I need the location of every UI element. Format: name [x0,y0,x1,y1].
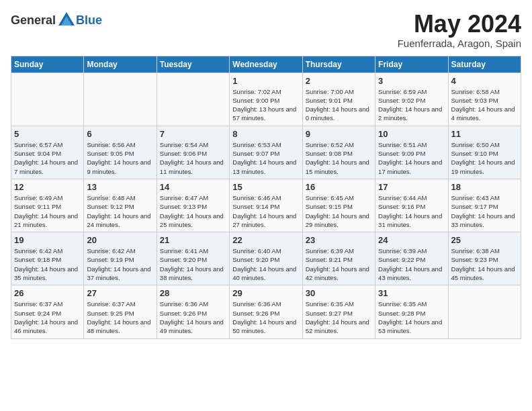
calendar-cell: 19Sunrise: 6:42 AM Sunset: 9:18 PM Dayli… [11,232,84,285]
calendar-cell: 21Sunrise: 6:41 AM Sunset: 9:20 PM Dayli… [157,232,229,285]
logo-blue: Blue [76,13,102,28]
calendar-cell: 23Sunrise: 6:39 AM Sunset: 9:21 PM Dayli… [302,232,375,285]
calendar-cell: 11Sunrise: 6:50 AM Sunset: 9:10 PM Dayli… [448,126,521,179]
day-info: Sunrise: 6:54 AM Sunset: 9:06 PM Dayligh… [160,140,226,176]
day-info: Sunrise: 6:58 AM Sunset: 9:03 PM Dayligh… [451,87,518,123]
day-info: Sunrise: 6:36 AM Sunset: 9:26 PM Dayligh… [232,300,299,335]
calendar-cell: 1Sunrise: 7:02 AM Sunset: 9:00 PM Daylig… [230,73,302,126]
header-day-saturday: Saturday [448,56,521,73]
day-number: 24 [378,235,445,245]
calendar-cell: 20Sunrise: 6:42 AM Sunset: 9:19 PM Dayli… [84,232,157,285]
calendar-cell: 18Sunrise: 6:43 AM Sunset: 9:17 PM Dayli… [448,179,521,232]
calendar-cell: 29Sunrise: 6:36 AM Sunset: 9:26 PM Dayli… [230,285,302,338]
day-number: 10 [378,129,445,139]
day-number: 8 [232,129,299,139]
logo: General Blue [11,11,102,30]
day-number: 15 [232,182,299,192]
day-info: Sunrise: 6:39 AM Sunset: 9:22 PM Dayligh… [378,246,445,282]
week-row-3: 12Sunrise: 6:49 AM Sunset: 9:11 PM Dayli… [11,179,521,232]
day-info: Sunrise: 6:47 AM Sunset: 9:13 PM Dayligh… [160,193,226,229]
calendar-cell: 27Sunrise: 6:37 AM Sunset: 9:25 PM Dayli… [84,285,157,338]
day-info: Sunrise: 6:45 AM Sunset: 9:15 PM Dayligh… [306,193,372,229]
day-number: 22 [232,235,299,245]
calendar-cell: 26Sunrise: 6:37 AM Sunset: 9:24 PM Dayli… [11,285,84,338]
day-info: Sunrise: 6:35 AM Sunset: 9:27 PM Dayligh… [306,300,372,335]
day-info: Sunrise: 6:39 AM Sunset: 9:21 PM Dayligh… [306,246,372,282]
calendar-cell: 17Sunrise: 6:44 AM Sunset: 9:16 PM Dayli… [375,179,448,232]
logo-icon [57,11,76,30]
calendar-cell: 6Sunrise: 6:56 AM Sunset: 9:05 PM Daylig… [84,126,157,179]
day-info: Sunrise: 6:57 AM Sunset: 9:04 PM Dayligh… [14,140,81,176]
calendar-cell: 2Sunrise: 7:00 AM Sunset: 9:01 PM Daylig… [302,73,375,126]
calendar-cell: 15Sunrise: 6:46 AM Sunset: 9:14 PM Dayli… [230,179,302,232]
day-info: Sunrise: 6:35 AM Sunset: 9:28 PM Dayligh… [378,300,445,335]
day-info: Sunrise: 6:42 AM Sunset: 9:18 PM Dayligh… [14,246,81,282]
calendar-cell [84,73,157,126]
day-number: 12 [14,182,81,192]
calendar-cell: 3Sunrise: 6:59 AM Sunset: 9:02 PM Daylig… [375,73,448,126]
logo-general: General [11,13,56,28]
day-number: 3 [378,76,445,86]
day-number: 1 [232,76,299,86]
calendar-cell [448,285,521,338]
calendar-cell [157,73,229,126]
day-info: Sunrise: 6:51 AM Sunset: 9:09 PM Dayligh… [378,140,445,176]
calendar-cell: 25Sunrise: 6:38 AM Sunset: 9:23 PM Dayli… [448,232,521,285]
day-number: 30 [306,288,372,298]
month-title: May 2024 [398,11,521,38]
day-number: 7 [160,129,226,139]
day-number: 17 [378,182,445,192]
header-day-monday: Monday [84,56,157,73]
day-info: Sunrise: 6:56 AM Sunset: 9:05 PM Dayligh… [87,140,153,176]
day-info: Sunrise: 6:52 AM Sunset: 9:08 PM Dayligh… [306,140,372,176]
calendar-cell: 5Sunrise: 6:57 AM Sunset: 9:04 PM Daylig… [11,126,84,179]
calendar-cell: 9Sunrise: 6:52 AM Sunset: 9:08 PM Daylig… [302,126,375,179]
day-number: 14 [160,182,226,192]
calendar-cell: 12Sunrise: 6:49 AM Sunset: 9:11 PM Dayli… [11,179,84,232]
day-number: 16 [306,182,372,192]
day-info: Sunrise: 6:38 AM Sunset: 9:23 PM Dayligh… [451,246,518,282]
day-number: 6 [87,129,153,139]
day-number: 26 [14,288,81,298]
week-row-4: 19Sunrise: 6:42 AM Sunset: 9:18 PM Dayli… [11,232,521,285]
week-row-1: 1Sunrise: 7:02 AM Sunset: 9:00 PM Daylig… [11,73,521,126]
header-day-thursday: Thursday [302,56,375,73]
header-day-wednesday: Wednesday [230,56,302,73]
day-number: 31 [378,288,445,298]
calendar-cell: 31Sunrise: 6:35 AM Sunset: 9:28 PM Dayli… [375,285,448,338]
subtitle: Fuenferrada, Aragon, Spain [398,38,521,49]
calendar-cell [11,73,84,126]
day-number: 21 [160,235,226,245]
day-number: 18 [451,182,518,192]
calendar-cell: 24Sunrise: 6:39 AM Sunset: 9:22 PM Dayli… [375,232,448,285]
day-info: Sunrise: 6:49 AM Sunset: 9:11 PM Dayligh… [14,193,81,229]
title-area: May 2024 Fuenferrada, Aragon, Spain [398,11,521,49]
day-info: Sunrise: 7:00 AM Sunset: 9:01 PM Dayligh… [306,87,372,123]
day-number: 2 [306,76,372,86]
day-number: 11 [451,129,518,139]
week-row-5: 26Sunrise: 6:37 AM Sunset: 9:24 PM Dayli… [11,285,521,338]
calendar-cell: 28Sunrise: 6:36 AM Sunset: 9:26 PM Dayli… [157,285,229,338]
day-number: 4 [451,76,518,86]
day-number: 9 [306,129,372,139]
day-number: 29 [232,288,299,298]
day-info: Sunrise: 6:48 AM Sunset: 9:12 PM Dayligh… [87,193,153,229]
header-day-tuesday: Tuesday [157,56,229,73]
day-info: Sunrise: 6:46 AM Sunset: 9:14 PM Dayligh… [232,193,299,229]
day-number: 25 [451,235,518,245]
day-number: 28 [160,288,226,298]
day-info: Sunrise: 6:42 AM Sunset: 9:19 PM Dayligh… [87,246,153,282]
day-number: 13 [87,182,153,192]
day-info: Sunrise: 7:02 AM Sunset: 9:00 PM Dayligh… [232,87,299,123]
calendar-cell: 14Sunrise: 6:47 AM Sunset: 9:13 PM Dayli… [157,179,229,232]
calendar-table: SundayMondayTuesdayWednesdayThursdayFrid… [11,56,521,339]
day-number: 27 [87,288,153,298]
day-number: 23 [306,235,372,245]
calendar-cell: 4Sunrise: 6:58 AM Sunset: 9:03 PM Daylig… [448,73,521,126]
week-row-2: 5Sunrise: 6:57 AM Sunset: 9:04 PM Daylig… [11,126,521,179]
header-day-friday: Friday [375,56,448,73]
day-number: 5 [14,129,81,139]
day-info: Sunrise: 6:44 AM Sunset: 9:16 PM Dayligh… [378,193,445,229]
calendar-cell: 30Sunrise: 6:35 AM Sunset: 9:27 PM Dayli… [302,285,375,338]
header-day-sunday: Sunday [11,56,84,73]
